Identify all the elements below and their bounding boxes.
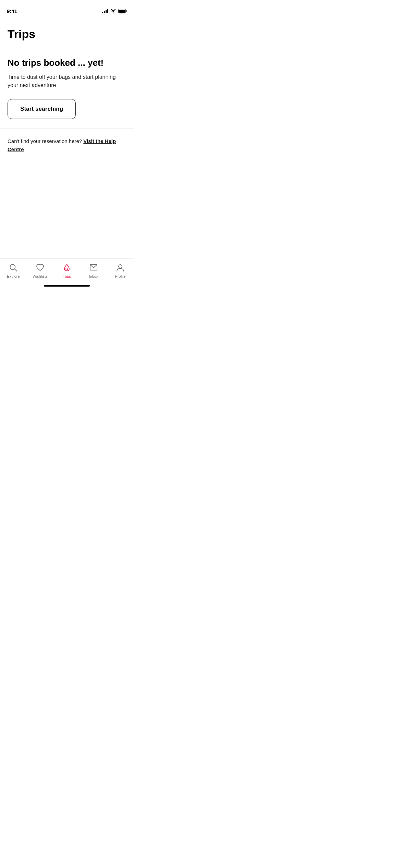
- tab-explore-label: Explore: [7, 274, 20, 278]
- divider-top: [0, 48, 134, 48]
- svg-rect-2: [119, 10, 125, 13]
- help-text: Can't find your reservation here? Visit …: [8, 137, 126, 154]
- main-content: Trips No trips booked ... yet! Time to d…: [0, 17, 134, 154]
- wifi-icon: [110, 9, 116, 13]
- tab-wishlists-label: Wishlists: [33, 274, 47, 278]
- no-trips-description: Time to dust off your bags and start pla…: [8, 73, 126, 89]
- svg-rect-1: [126, 10, 127, 12]
- status-bar: 9:41: [0, 0, 134, 17]
- divider-bottom: [0, 129, 134, 129]
- page-title: Trips: [8, 27, 126, 41]
- wishlists-icon: [35, 263, 45, 273]
- start-searching-button[interactable]: Start searching: [8, 99, 76, 119]
- no-trips-heading: No trips booked ... yet!: [8, 58, 126, 68]
- explore-icon: [9, 263, 18, 273]
- svg-line-4: [15, 269, 17, 272]
- inbox-icon: [89, 263, 98, 273]
- profile-icon: [116, 263, 125, 273]
- tab-wishlists[interactable]: Wishlists: [27, 262, 53, 278]
- svg-point-6: [119, 265, 122, 268]
- signal-bars-icon: [102, 9, 108, 13]
- tab-profile[interactable]: Profile: [107, 262, 134, 278]
- tab-explore[interactable]: Explore: [0, 262, 27, 278]
- tab-inbox-label: Inbox: [89, 274, 98, 278]
- tab-trips-label: Trips: [63, 274, 71, 278]
- trips-icon: [62, 263, 72, 273]
- tab-inbox[interactable]: Inbox: [80, 262, 107, 278]
- battery-icon: [118, 9, 127, 13]
- status-icons: [102, 9, 127, 13]
- status-time: 9:41: [7, 8, 17, 14]
- tab-trips[interactable]: Trips: [53, 262, 80, 278]
- home-indicator: [44, 285, 90, 287]
- svg-point-5: [66, 268, 68, 270]
- tab-profile-label: Profile: [115, 274, 125, 278]
